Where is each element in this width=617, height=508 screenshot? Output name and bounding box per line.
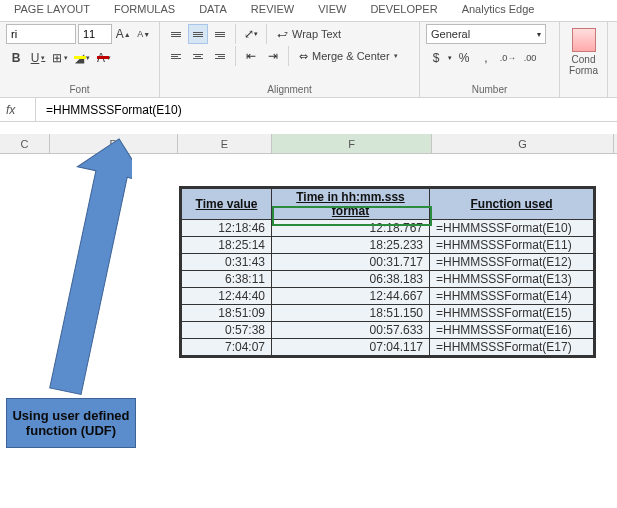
align-left-icon[interactable] — [166, 46, 186, 66]
cell-time-format[interactable]: 00:57.633 — [272, 322, 430, 339]
svg-marker-0 — [42, 136, 132, 398]
comma-button[interactable]: , — [476, 48, 496, 68]
fx-icon[interactable]: fx — [6, 98, 36, 121]
wrap-text-icon: ⮐ — [277, 28, 288, 40]
spreadsheet-grid[interactable]: Time value Time in hh:mm.sss format Func… — [0, 154, 617, 504]
tab-developer[interactable]: DEVELOPER — [360, 0, 447, 21]
merge-center-button[interactable]: ⇔Merge & Center▾ — [294, 46, 403, 66]
cell-function-used[interactable]: =HHMMSSSFormat(E16) — [430, 322, 594, 339]
table-row[interactable]: 0:31:4300:31.717=HHMMSSSFormat(E12) — [182, 254, 594, 271]
cell-time-value[interactable]: 6:38:11 — [182, 271, 272, 288]
cell-time-format[interactable]: 18:25.233 — [272, 237, 430, 254]
tab-review[interactable]: REVIEW — [241, 0, 304, 21]
col-header-g[interactable]: G — [432, 134, 614, 153]
conditional-format-label: Cond Forma — [566, 54, 601, 76]
cell-time-value[interactable]: 0:31:43 — [182, 254, 272, 271]
cell-time-format[interactable]: 00:31.717 — [272, 254, 430, 271]
border-button[interactable]: ⊞▾ — [50, 48, 70, 68]
cell-time-value[interactable]: 0:57:38 — [182, 322, 272, 339]
table-row[interactable]: 7:04:0707:04.117=HHMMSSSFormat(E17) — [182, 339, 594, 356]
align-center-icon[interactable] — [188, 46, 208, 66]
alignment-group: ⤢▾ ⮐Wrap Text ⇤ ⇥ ⇔Merge & Center▾ Align… — [160, 22, 420, 97]
callout-text: Using user defined function (UDF) — [11, 408, 131, 438]
currency-button[interactable]: $ — [426, 48, 446, 68]
formula-input[interactable] — [40, 98, 611, 121]
font-group: A▲ A▼ B U▾ ⊞▾ ◢▾ A▾ Font — [0, 22, 160, 97]
header-function-used: Function used — [430, 189, 594, 220]
orientation-icon[interactable]: ⤢▾ — [241, 24, 261, 44]
tab-data[interactable]: DATA — [189, 0, 237, 21]
percent-button[interactable]: % — [454, 48, 474, 68]
number-group-label: Number — [426, 82, 553, 97]
cell-time-format[interactable]: 07:04.117 — [272, 339, 430, 356]
cell-time-value[interactable]: 7:04:07 — [182, 339, 272, 356]
cell-time-format[interactable]: 12:44.667 — [272, 288, 430, 305]
header-time-format: Time in hh:mm.sss format — [272, 189, 430, 220]
conditional-format-icon — [572, 28, 596, 52]
data-table: Time value Time in hh:mm.sss format Func… — [179, 186, 596, 358]
number-format-select[interactable]: General▾ — [426, 24, 546, 44]
cell-time-format[interactable]: 18:51.150 — [272, 305, 430, 322]
increase-font-icon[interactable]: A▲ — [114, 24, 133, 44]
cell-function-used[interactable]: =HHMMSSSFormat(E10) — [430, 220, 594, 237]
table-row[interactable]: 18:51:0918:51.150=HHMMSSSFormat(E15) — [182, 305, 594, 322]
underline-button[interactable]: U▾ — [28, 48, 48, 68]
table-row[interactable]: 0:57:3800:57.633=HHMMSSSFormat(E16) — [182, 322, 594, 339]
table-row[interactable]: 18:25:1418:25.233=HHMMSSSFormat(E11) — [182, 237, 594, 254]
table-row[interactable]: 12:18:4612:18.767=HHMMSSSFormat(E10) — [182, 220, 594, 237]
cell-time-format[interactable]: 06:38.183 — [272, 271, 430, 288]
cell-time-value[interactable]: 18:25:14 — [182, 237, 272, 254]
tab-analytics-edge[interactable]: Analytics Edge — [452, 0, 545, 21]
cell-function-used[interactable]: =HHMMSSSFormat(E15) — [430, 305, 594, 322]
font-color-button[interactable]: A▾ — [94, 48, 114, 68]
callout-arrow — [42, 136, 132, 406]
header-time-value: Time value — [182, 189, 272, 220]
tab-formulas[interactable]: FORMULAS — [104, 0, 185, 21]
table-row[interactable]: 6:38:1106:38.183=HHMMSSSFormat(E13) — [182, 271, 594, 288]
increase-indent-icon[interactable]: ⇥ — [263, 46, 283, 66]
cell-function-used[interactable]: =HHMMSSSFormat(E12) — [430, 254, 594, 271]
decrease-indent-icon[interactable]: ⇤ — [241, 46, 261, 66]
align-right-icon[interactable] — [210, 46, 230, 66]
tab-view[interactable]: VIEW — [308, 0, 356, 21]
cell-function-used[interactable]: =HHMMSSSFormat(E13) — [430, 271, 594, 288]
cell-time-value[interactable]: 12:44:40 — [182, 288, 272, 305]
cell-time-value[interactable]: 12:18:46 — [182, 220, 272, 237]
ribbon: A▲ A▼ B U▾ ⊞▾ ◢▾ A▾ Font ⤢▾ ⮐Wrap Text — [0, 22, 617, 98]
fill-color-button[interactable]: ◢▾ — [72, 48, 92, 68]
align-middle-icon[interactable] — [188, 24, 208, 44]
col-header-e[interactable]: E — [178, 134, 272, 153]
font-name-select[interactable] — [6, 24, 76, 44]
col-header-f[interactable]: F — [272, 134, 432, 153]
align-bottom-icon[interactable] — [210, 24, 230, 44]
alignment-group-label: Alignment — [166, 82, 413, 97]
conditional-format-group[interactable]: Cond Forma — [560, 22, 608, 97]
font-size-select[interactable] — [78, 24, 112, 44]
table-row[interactable]: 12:44:4012:44.667=HHMMSSSFormat(E14) — [182, 288, 594, 305]
formula-bar: fx — [0, 98, 617, 122]
bold-button[interactable]: B — [6, 48, 26, 68]
wrap-text-button[interactable]: ⮐Wrap Text — [272, 24, 346, 44]
callout-box: Using user defined function (UDF) — [6, 398, 136, 448]
ribbon-tabs: PAGE LAYOUT FORMULAS DATA REVIEW VIEW DE… — [0, 0, 617, 22]
increase-decimal-button[interactable]: .0→ — [498, 48, 518, 68]
cell-function-used[interactable]: =HHMMSSSFormat(E14) — [430, 288, 594, 305]
decrease-decimal-button[interactable]: .00 — [520, 48, 540, 68]
merge-center-icon: ⇔ — [299, 50, 308, 63]
tab-page-layout[interactable]: PAGE LAYOUT — [4, 0, 100, 21]
align-top-icon[interactable] — [166, 24, 186, 44]
decrease-font-icon[interactable]: A▼ — [135, 24, 154, 44]
cell-function-used[interactable]: =HHMMSSSFormat(E17) — [430, 339, 594, 356]
cell-function-used[interactable]: =HHMMSSSFormat(E11) — [430, 237, 594, 254]
cell-time-value[interactable]: 18:51:09 — [182, 305, 272, 322]
cell-time-format[interactable]: 12:18.767 — [272, 220, 430, 237]
number-group: General▾ $▾ % , .0→ .00 Number — [420, 22, 560, 97]
font-group-label: Font — [6, 82, 153, 97]
